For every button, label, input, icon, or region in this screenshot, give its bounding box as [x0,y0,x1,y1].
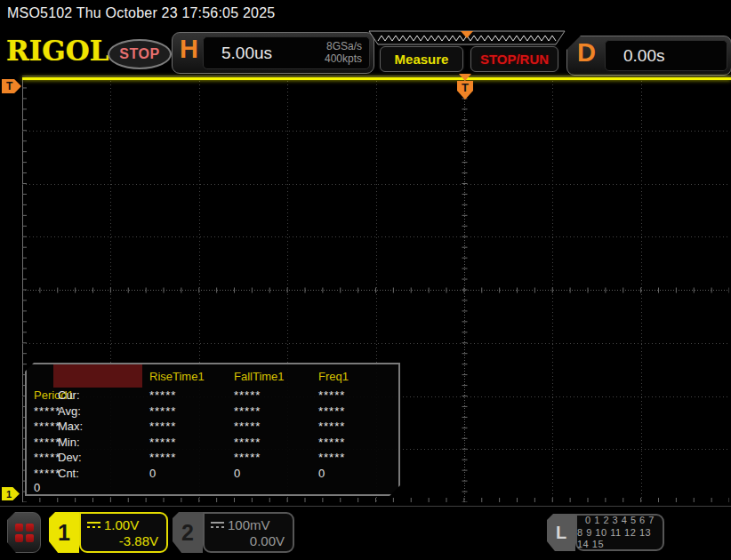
selected-measurement-column-highlight [53,364,142,388]
logic-analyzer-tab[interactable]: L [547,514,575,551]
measure-row-label: Dev: [53,451,142,464]
measure-col-header[interactable]: Freq1 [311,370,398,383]
oscilloscope-screen: MSO5102 Thu October 23 17:56:05 2025 RIG… [0,0,731,560]
measurement-results-table: RiseTime1 FallTime1 Freq1 Period1 Cur: *… [25,363,400,496]
measure-value: ***** [311,420,398,433]
measure-row-label: Min: [53,436,142,449]
measure-value: ***** [227,451,311,464]
sample-info: 8GSa/s 400kpts [325,40,362,65]
measure-value: ***** [311,436,398,449]
measure-value: ***** [227,436,311,449]
channel2-status-box[interactable]: 100mV 0.00V [203,512,294,553]
measure-value: 0 [227,467,311,480]
delay-label: D [577,38,596,68]
logic-channels-row2: 8 9 10 11 12 13 14 15 [577,527,663,550]
rigol-logo: RIGOL [6,35,109,67]
measure-value: 0 [142,467,227,480]
measure-value: ***** [227,420,311,433]
measure-value: ***** [27,436,53,449]
measure-value: ***** [142,404,227,418]
measure-value: ***** [227,404,311,418]
memory-depth: 400kpts [325,52,362,65]
channel1-trace [22,77,731,80]
dc-coupling-icon [211,521,224,530]
trigger-delay-panel[interactable]: D 0.00s [566,36,731,76]
stop-run-button[interactable]: STOP/RUN [470,46,558,72]
channel2-tab[interactable]: 2 [173,512,203,553]
channel1-tab[interactable]: 1 [49,512,79,553]
timebase-value: 5.00us [221,44,272,63]
delay-value-box: 0.00s [605,40,727,71]
logic-channels-row1: 0 1 2 3 4 5 6 7 [585,515,655,526]
timebase-value-box: 5.00us 8GSa/s 400kpts [203,36,370,69]
delay-value: 0.00s [623,46,664,66]
measure-value: ***** [142,436,227,449]
measure-value: 0 [311,467,398,480]
measure-col-header[interactable]: RiseTime1 [142,370,227,383]
menu-grid-icon [15,524,34,542]
measure-col-header[interactable]: Period1 [27,388,53,402]
measure-value: ***** [27,451,53,464]
dc-coupling-icon [87,521,100,530]
sample-rate: 8GSa/s [325,40,362,52]
measure-value: ***** [27,467,53,480]
horizontal-timebase-panel[interactable]: H 5.00us 8GSa/s 400kpts [172,32,374,74]
channel1-scale: 1.00V [104,518,139,532]
horizontal-label: H [180,35,198,64]
channel1-status-box[interactable]: 1.00V -3.88V [79,512,168,553]
measure-value: ***** [227,388,311,402]
measure-value: ***** [27,404,53,418]
measure-value: ***** [311,451,398,464]
measure-button[interactable]: Measure [380,46,463,72]
measure-value: 0 [27,481,53,494]
measure-value: ***** [311,404,398,418]
channel2-offset: 0.00V [205,533,293,548]
measure-row-label: Cur: [53,388,142,402]
measure-value: ***** [142,388,227,402]
measure-col-header[interactable]: FallTime1 [227,370,311,383]
trigger-level-marker[interactable]: T [2,79,21,93]
measure-row-label: Avg: [53,404,142,418]
channel1-offset: -3.88V [81,533,166,548]
measure-value: ***** [142,451,227,464]
menu-button[interactable] [7,512,41,553]
measure-value: ***** [311,388,398,402]
channel2-scale: 100mV [228,518,270,532]
acquisition-status-badge: STOP [108,39,172,69]
measure-row-label: Max: [53,420,142,433]
logic-channels-box[interactable]: 0 1 2 3 4 5 6 7 8 9 10 11 12 13 14 15 [575,514,664,551]
measure-row-label: Cnt: [53,467,142,480]
trigger-position-triangle-icon[interactable] [459,74,471,81]
graticule-top-border [22,76,731,76]
bottom-bar-divider [0,506,731,507]
channel1-offset-marker[interactable]: 1 [2,487,20,500]
measure-value: ***** [27,420,53,433]
model-and-datetime: MSO5102 Thu October 23 17:56:05 2025 [7,5,275,21]
memory-position-preview[interactable] [365,30,569,46]
measure-value: ***** [142,420,227,433]
